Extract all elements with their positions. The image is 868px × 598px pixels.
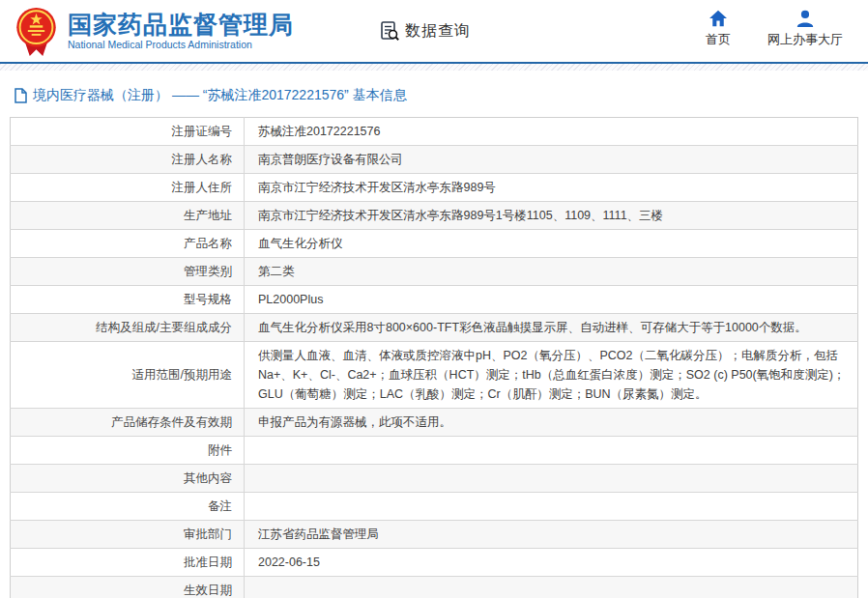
table-row: 注册人住所南京市江宁经济技术开发区清水亭东路989号 (11, 174, 858, 202)
field-value: 第二类 (245, 258, 858, 286)
field-label: 注册证编号 (11, 118, 245, 146)
user-icon (796, 10, 815, 27)
field-label: 备注 (11, 493, 245, 521)
breadcrumb-text: 境内医疗器械（注册） —— “苏械注准20172221576” 基本信息 (33, 87, 407, 104)
table-row: 结构及组成/主要组成成分血气生化分析仪采用8寸800×600-TFT彩色液晶触摸… (11, 314, 858, 342)
field-label: 生产地址 (11, 202, 245, 230)
table-row: 附件 (11, 437, 858, 465)
field-label: 结构及组成/主要组成成分 (11, 314, 245, 342)
field-value: 江苏省药品监督管理局 (245, 521, 858, 549)
field-value: 南京市江宁经济技术开发区清水亭东路989号 (245, 174, 858, 202)
table-row: 审批部门江苏省药品监督管理局 (11, 521, 858, 549)
table-row: 管理类别第二类 (11, 258, 858, 286)
document-icon (14, 88, 28, 103)
field-label: 批准日期 (11, 549, 245, 577)
field-value: 苏械注准20172221576 (245, 118, 858, 146)
hatched-band (0, 64, 868, 71)
registration-info-table: 注册证编号苏械注准20172221576注册人名称南京普朗医疗设备有限公司注册人… (10, 117, 858, 598)
field-value: 血气生化分析仪采用8寸800×600-TFT彩色液晶触摸显示屏、自动进样、可存储… (245, 314, 858, 342)
field-value: 2022-06-15 (245, 549, 858, 577)
field-value: 南京普朗医疗设备有限公司 (245, 146, 858, 174)
field-value (245, 465, 858, 493)
nav-home-label: 首页 (706, 31, 731, 48)
field-value (245, 437, 858, 465)
field-label: 生效日期 (11, 577, 245, 598)
field-value (245, 577, 858, 598)
top-nav: 首页 网上办事大厅 (706, 10, 843, 48)
site-logo[interactable]: 国家药品监督管理局 National Medical Products Admi… (14, 4, 294, 58)
nav-online-hall[interactable]: 网上办事大厅 (767, 10, 843, 48)
data-query-button[interactable]: 数据查询 (379, 20, 471, 42)
field-label: 管理类别 (11, 258, 245, 286)
field-label: 其他内容 (11, 465, 245, 493)
table-row: 产品名称血气生化分析仪 (11, 230, 858, 258)
field-value: 供测量人血液、血清、体液或质控溶液中pH、PO2（氧分压）、PCO2（二氧化碳分… (245, 342, 858, 409)
table-row: 批准日期2022-06-15 (11, 549, 858, 577)
org-name-zh: 国家药品监督管理局 (68, 12, 294, 38)
field-label: 注册人名称 (11, 146, 245, 174)
field-label: 产品名称 (11, 230, 245, 258)
national-emblem-icon (14, 6, 59, 58)
home-icon (709, 10, 728, 27)
table-row: 适用范围/预期用途供测量人血液、血清、体液或质控溶液中pH、PO2（氧分压）、P… (11, 342, 858, 409)
field-value: PL2000Plus (245, 286, 858, 314)
table-row: 注册证编号苏械注准20172221576 (11, 118, 858, 146)
site-header: 国家药品监督管理局 National Medical Products Admi… (0, 0, 868, 62)
data-query-label: 数据查询 (405, 21, 471, 42)
field-label: 附件 (11, 437, 245, 465)
table-row: 备注 (11, 493, 858, 521)
data-query-icon (379, 20, 400, 42)
field-label: 适用范围/预期用途 (11, 342, 245, 409)
table-row: 型号规格PL2000Plus (11, 286, 858, 314)
field-value (245, 493, 858, 521)
table-row: 生产地址南京市江宁经济技术开发区清水亭东路989号1号楼1105、1109、11… (11, 202, 858, 230)
table-row: 产品储存条件及有效期申报产品为有源器械，此项不适用。 (11, 409, 858, 437)
table-row: 其他内容 (11, 465, 858, 493)
breadcrumb: 境内医疗器械（注册） —— “苏械注准20172221576” 基本信息 (14, 84, 868, 107)
field-label: 型号规格 (11, 286, 245, 314)
nav-online-hall-label: 网上办事大厅 (767, 31, 843, 48)
field-label: 产品储存条件及有效期 (11, 409, 245, 437)
nav-home[interactable]: 首页 (706, 10, 731, 48)
field-value: 南京市江宁经济技术开发区清水亭东路989号1号楼1105、1109、1111、三… (245, 202, 858, 230)
org-name-en: National Medical Products Administration (68, 39, 294, 50)
field-label: 注册人住所 (11, 174, 245, 202)
table-row: 注册人名称南京普朗医疗设备有限公司 (11, 146, 858, 174)
field-value: 申报产品为有源器械，此项不适用。 (245, 409, 858, 437)
field-label: 审批部门 (11, 521, 245, 549)
field-value: 血气生化分析仪 (245, 230, 858, 258)
table-row: 生效日期 (11, 577, 858, 598)
